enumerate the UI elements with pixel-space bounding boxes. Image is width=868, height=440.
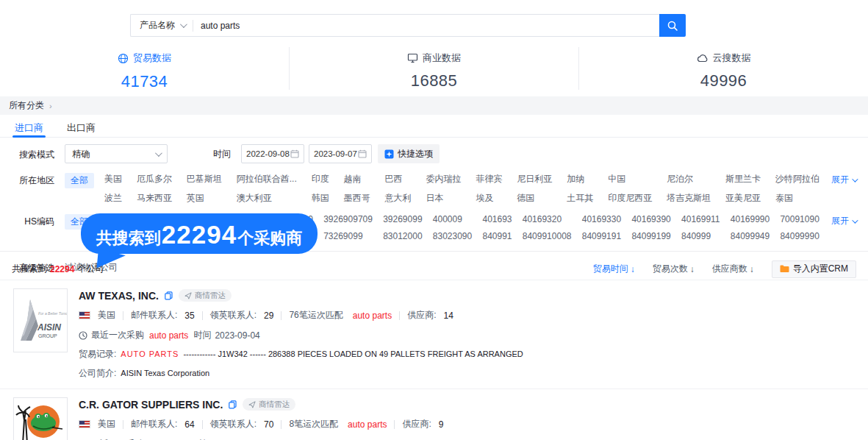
region-item[interactable]: 波兰 — [104, 192, 122, 205]
copy-icon[interactable] — [165, 291, 173, 300]
sort-trade-time[interactable]: 贸易时间 ↓ — [593, 263, 635, 275]
region-item[interactable]: 菲律宾 — [476, 173, 502, 185]
radar-tag[interactable]: 商情雷达 — [243, 398, 295, 411]
hs-code-item[interactable]: 73269099 — [323, 231, 373, 241]
sort-supplier-count[interactable]: 供应商数 ↓ — [712, 263, 754, 275]
date-to-input[interactable]: 2023-09-07 — [309, 144, 372, 163]
hs-code-item[interactable]: 40169911 — [681, 214, 720, 224]
hs-code-item[interactable]: 840991 — [482, 231, 512, 241]
region-item[interactable]: 埃及 — [476, 192, 502, 205]
hs-code-item[interactable]: 84099990 — [780, 231, 819, 241]
hs-code-item[interactable]: 8409910008 — [523, 231, 572, 241]
stat-business-data[interactable]: 商业数据 16885 — [289, 47, 578, 90]
region-item[interactable]: 日本 — [426, 192, 461, 205]
email-contacts-label: 邮件联系人: — [131, 418, 177, 430]
region-item[interactable]: 阿拉伯联合酋... — [237, 173, 297, 185]
hs-code-item[interactable]: 70091090 — [780, 214, 819, 224]
region-item[interactable]: 厄瓜多尔 — [137, 173, 172, 185]
linkedin-contacts-value: 29 — [264, 311, 273, 321]
import-crm-button[interactable]: 导入内置CRM — [772, 260, 856, 278]
linkedin-contacts-value: 70 — [264, 419, 273, 430]
region-item[interactable]: 尼日利亚 — [517, 173, 552, 185]
hs-code-item[interactable]: 39269099 — [383, 214, 422, 224]
stat-cloud-search-data[interactable]: 云搜数据 49996 — [578, 47, 868, 90]
hs-code-item[interactable]: 84099199 — [631, 231, 670, 241]
radar-tag[interactable]: 商情雷达 — [179, 289, 232, 302]
hs-code-item[interactable]: 40169990 — [731, 214, 770, 224]
hs-code-column: 40000983023090 — [433, 214, 472, 241]
region-item[interactable]: 印度 — [312, 173, 329, 185]
sort-desc-icon: ↓ — [690, 264, 695, 274]
breadcrumb-label: 所有分类 — [9, 99, 44, 112]
company-name[interactable]: C.R. GATOR SUPPLIERS INC. — [79, 399, 223, 411]
search-button[interactable] — [659, 14, 686, 37]
company-profile-label: 公司简介: — [79, 367, 116, 380]
region-item[interactable]: 越南 — [344, 173, 370, 185]
region-item[interactable]: 斯里兰卡 — [725, 173, 761, 185]
region-item[interactable]: 意大利 — [385, 192, 412, 205]
hs-expand-link[interactable]: 展开 — [831, 214, 856, 227]
region-item[interactable]: 印度尼西亚 — [608, 192, 652, 205]
hs-code-item[interactable]: 84099949 — [731, 231, 770, 241]
region-column: 尼日利亚德国 — [517, 173, 552, 205]
hs-code-item[interactable]: 840999 — [681, 231, 720, 241]
hs-code-item[interactable]: 401693 — [482, 214, 512, 224]
region-item[interactable]: 英国 — [187, 192, 222, 205]
hs-code-item[interactable]: 83012000 — [383, 231, 422, 241]
sort-trade-count[interactable]: 贸易次数 ↓ — [653, 263, 695, 275]
date-from-input[interactable]: 2022-09-08 — [241, 144, 304, 163]
region-item[interactable]: 委内瑞拉 — [426, 173, 461, 185]
suppliers-value: 14 — [443, 311, 453, 321]
hs-code-item[interactable]: 400009 — [433, 214, 472, 224]
region-item[interactable]: 澳大利亚 — [237, 192, 297, 205]
region-item[interactable]: 韩国 — [312, 192, 329, 205]
stat-trade-data[interactable]: 贸易数据 41734 — [0, 47, 289, 90]
search-mode-label: 搜索模式 — [12, 147, 54, 161]
region-item[interactable]: 沙特阿拉伯 — [775, 173, 819, 185]
date-from-value: 2022-09-08 — [246, 149, 290, 158]
result-card: C.R. GATOR SUPPLIERS, INC. C.R. GATOR SU… — [0, 388, 868, 440]
svg-text:For a Better Tomorrow: For a Better Tomorrow — [38, 311, 67, 316]
hs-code-item[interactable]: 40169330 — [582, 214, 621, 224]
search-mode-row: 搜索模式 精确 时间 2022-09-08 2023-09-07 — [0, 144, 868, 163]
hs-code-item[interactable]: 84099191 — [582, 231, 621, 241]
region-item[interactable]: 德国 — [517, 192, 552, 205]
tab-exporters[interactable]: 出口商 — [65, 116, 98, 137]
region-expand-link[interactable]: 展开 — [831, 173, 856, 186]
region-item[interactable]: 塔吉克斯坦 — [667, 192, 711, 205]
radar-icon — [248, 401, 256, 408]
search-category-label: 产品名称 — [140, 19, 175, 32]
region-item[interactable]: 美国 — [104, 173, 122, 185]
svg-text:AISIN: AISIN — [37, 322, 61, 333]
region-item[interactable]: 尼泊尔 — [667, 173, 711, 185]
company-name[interactable]: AW TEXAS, INC. — [79, 290, 159, 302]
search-input[interactable] — [193, 21, 659, 31]
region-item[interactable]: 墨西哥 — [344, 192, 370, 205]
result-card: For a Better Tomorrow AISIN GROUP AW TEX… — [0, 280, 868, 388]
region-item[interactable]: 加纳 — [567, 173, 593, 185]
sort-desc-icon: ↓ — [750, 264, 754, 274]
hs-code-item[interactable]: 40169320 — [523, 214, 572, 224]
search-category-dropdown[interactable]: 产品名称 — [131, 19, 193, 32]
hs-code-item[interactable]: 40169390 — [631, 214, 670, 224]
hs-code-item[interactable]: 83023090 — [433, 231, 472, 241]
company-logo: For a Better Tomorrow AISIN GROUP — [13, 288, 68, 352]
region-item[interactable]: 巴西 — [385, 173, 412, 185]
clock-icon — [79, 331, 87, 340]
region-column: 美国波兰 — [104, 173, 122, 205]
breadcrumb[interactable]: 所有分类 › — [0, 96, 868, 115]
region-item[interactable]: 亚美尼亚 — [725, 192, 761, 205]
copy-icon[interactable] — [229, 400, 237, 409]
region-all-chip[interactable]: 全部 — [65, 173, 94, 188]
region-item[interactable]: 巴基斯坦 — [187, 173, 222, 185]
match-text: 76笔运次匹配 — [289, 309, 342, 322]
search-mode-select[interactable]: 精确 — [65, 144, 168, 163]
sort-label: 贸易时间 — [593, 263, 628, 275]
quick-options-button[interactable]: 快捷选项 — [378, 144, 440, 163]
region-item[interactable]: 马来西亚 — [137, 192, 172, 205]
region-item[interactable]: 土耳其 — [567, 192, 593, 205]
hs-code-item[interactable]: 3926909709 — [323, 214, 373, 224]
region-item[interactable]: 中国 — [608, 173, 652, 185]
tab-importers[interactable]: 进口商 — [12, 116, 46, 137]
region-item[interactable]: 泰国 — [775, 192, 819, 205]
